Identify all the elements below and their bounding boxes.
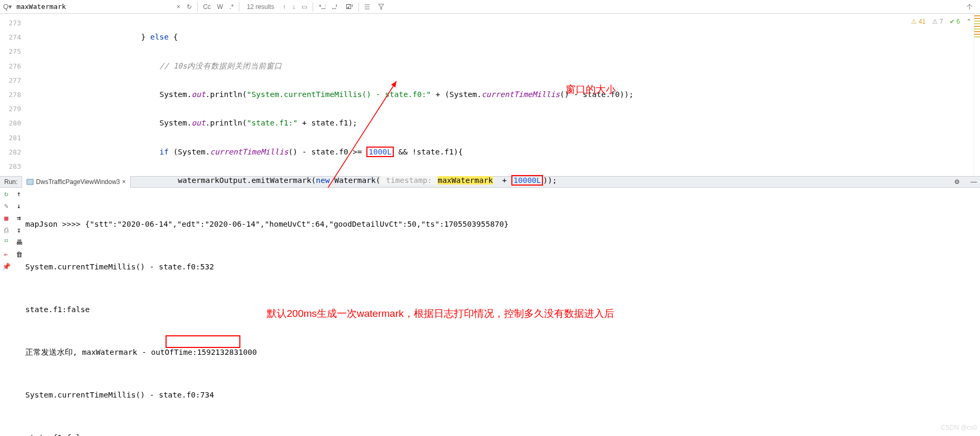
highlighted-value-box <box>166 335 240 348</box>
weak-warning-icon[interactable]: ⚠ 7 <box>932 18 943 25</box>
soft-wrap-icon[interactable]: ⇉ <box>17 214 21 222</box>
hide-toolbar-icon[interactable] <box>963 4 976 10</box>
line-number: 279 <box>0 102 31 116</box>
search-input[interactable] <box>15 2 173 11</box>
add-selection-icon[interactable]: ⁺⎵ᴵ <box>315 3 329 11</box>
line-number: 282 <box>0 145 31 159</box>
scroll-to-end-icon[interactable]: ↧ <box>17 226 21 234</box>
print-icon[interactable]: 🖶 <box>16 238 23 246</box>
results-count: 12 results <box>241 3 279 11</box>
separator <box>197 2 198 12</box>
close-search-icon[interactable]: × <box>173 3 183 11</box>
error-stripe[interactable] <box>974 14 980 176</box>
select-all-icon[interactable]: ▭ <box>298 3 311 11</box>
window-size-value: 10000L <box>511 175 543 186</box>
svg-text:⎵ᴵ: ⎵ᴵ <box>332 3 337 11</box>
exit-icon[interactable]: ⇤ <box>4 250 8 258</box>
prev-match-icon[interactable]: ↑ <box>279 3 289 11</box>
code-area[interactable]: } else { // 10s内没有数据则关闭当前窗口 System.out.p… <box>31 14 974 176</box>
regex-button[interactable]: .* <box>226 3 237 11</box>
clear-icon[interactable]: 🗑 <box>16 250 23 258</box>
history-icon[interactable]: ↻ <box>183 3 195 11</box>
console-line: mapJson >>>> {"stt":"2020-06-14","edt":"… <box>25 217 980 231</box>
console-output[interactable]: mapJson >>>> {"stt":"2020-06-14","edt":"… <box>25 188 980 436</box>
svg-text:☑ᴵ: ☑ᴵ <box>346 3 353 11</box>
line-number: 278 <box>0 88 31 102</box>
run-tool-window: ↻ ✎ ■ ⎙ ⠛ ⇤ 📌 ↑ ↓ ⇉ ↧ 🖶 🗑 mapJson >>>> {… <box>0 188 980 436</box>
line-number: 277 <box>0 73 31 88</box>
line-number: 274 <box>0 30 31 44</box>
down-icon[interactable]: ↓ <box>17 202 21 210</box>
typo-icon[interactable]: ✔ 6 <box>949 18 960 25</box>
find-toolbar: Q▾ × ↻ Cc W .* 12 results ↑ ↓ ▭ ⁺⎵ᴵ ⎵ᴵ ☑… <box>0 0 980 14</box>
console-line: state.f1:false <box>25 431 980 436</box>
image-watermark: CSDN @cs0 <box>941 421 977 435</box>
next-match-icon[interactable]: ↓ <box>289 3 298 11</box>
layout-icon[interactable]: ⠛ <box>4 238 9 246</box>
gutter: 273 274 275 276 277 278 279 280 281 282 … <box>0 14 31 176</box>
line-number: 281 <box>0 131 31 145</box>
match-case-button[interactable]: Cc <box>200 3 214 11</box>
warning-icon[interactable]: ⚠ 41 <box>911 18 926 25</box>
separator <box>239 2 239 12</box>
highlight-maxwatermark: maxWatermark <box>438 176 493 185</box>
words-button[interactable]: W <box>214 3 226 11</box>
run-label: Run: <box>0 176 22 188</box>
pin-icon[interactable]: 📌 <box>2 263 11 270</box>
separator <box>313 2 313 12</box>
console-line: System.currentTimeMillis() - state.f0:53… <box>25 260 980 274</box>
edit-config-icon[interactable]: ✎ <box>4 202 8 210</box>
timeout-value: 1000L <box>366 147 394 157</box>
line-number: 275 <box>0 44 31 59</box>
inspection-widget[interactable]: ⚠ 41 ⚠ 7 ✔ 6 ⌃ <box>911 18 972 25</box>
chevron-down-icon[interactable]: ⌃ <box>966 18 972 25</box>
line-number: 276 <box>0 59 31 73</box>
rerun-icon[interactable]: ↻ <box>4 190 8 198</box>
search-icon: Q▾ <box>3 3 12 11</box>
remove-selection-icon[interactable]: ⎵ᴵ <box>329 3 343 11</box>
show-options-icon[interactable] <box>361 3 375 11</box>
line-number: 283 <box>0 159 31 173</box>
console-line: System.currentTimeMillis() - state.f0:73… <box>25 388 980 402</box>
select-occurrence-icon[interactable]: ☑ᴵ <box>343 3 356 11</box>
line-number: 273 <box>0 16 31 30</box>
separator <box>358 2 359 12</box>
code-editor[interactable]: 273 274 275 276 277 278 279 280 281 282 … <box>0 14 980 176</box>
stop-icon[interactable]: ■ <box>4 214 8 222</box>
line-number: 280 <box>0 116 31 130</box>
up-icon[interactable]: ↑ <box>17 190 21 198</box>
run-left-toolbar: ↻ ✎ ■ ⎙ ⠛ ⇤ 📌 <box>0 188 13 436</box>
window-size-annotation: 窗口的大小 <box>566 82 616 96</box>
svg-text:⁺⎵ᴵ: ⁺⎵ᴵ <box>318 3 326 11</box>
dump-threads-icon[interactable]: ⎙ <box>4 226 8 234</box>
run-second-toolbar: ↑ ↓ ⇉ ↧ 🖶 🗑 <box>13 188 25 436</box>
watermark-annotation: 默认200ms生成一次watermark，根据日志打印情况，控制多久没有数据进入… <box>267 306 614 321</box>
filter-icon[interactable] <box>375 4 387 10</box>
